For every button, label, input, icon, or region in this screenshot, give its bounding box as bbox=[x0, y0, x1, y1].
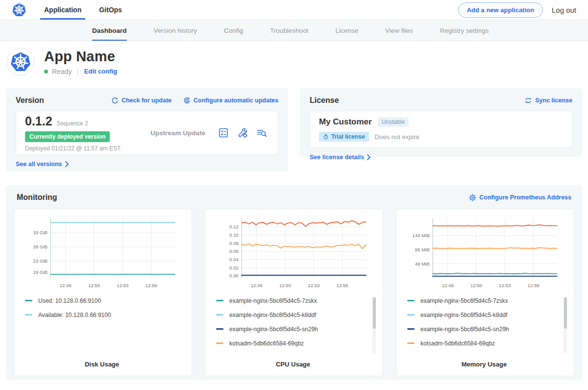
release-notes-icon[interactable] bbox=[218, 127, 229, 138]
kubernetes-logo[interactable] bbox=[12, 0, 26, 20]
license-details-row: My Customer Unstable Trial license Does … bbox=[310, 111, 572, 148]
series-color-dash bbox=[25, 314, 32, 316]
license-card-title: License bbox=[310, 96, 339, 105]
tab-registry-settings[interactable]: Registry settings bbox=[440, 20, 489, 41]
series-color-dash bbox=[407, 300, 415, 301]
disk-usage-chart: 33 GiB28 GiB23 GiB19 GiB12:4612:5012:531… bbox=[18, 214, 186, 292]
svg-text:143 MiB: 143 MiB bbox=[413, 233, 430, 238]
see-all-versions-link[interactable]: See all versions bbox=[16, 161, 69, 168]
svg-text:48 MiB: 48 MiB bbox=[415, 261, 430, 267]
sequence-label: Sequence 2 bbox=[57, 120, 88, 127]
legend-item: example-nginx-5bc6f5d4c5-k8ddf bbox=[216, 311, 367, 319]
svg-text:0.02: 0.02 bbox=[229, 265, 239, 270]
topnav-right: Add a new application Log out bbox=[458, 0, 576, 20]
sync-icon bbox=[524, 97, 532, 104]
deployed-badge: Currently deployed version bbox=[25, 131, 110, 142]
svg-text:12:50: 12:50 bbox=[88, 283, 100, 288]
license-card: License Sync license My Customer Unstabl… bbox=[300, 88, 582, 157]
see-license-details-link[interactable]: See license details bbox=[310, 154, 371, 161]
legend-item: Used: 10.128.0.66:9100 bbox=[25, 296, 176, 305]
logout-button[interactable]: Log out bbox=[552, 6, 576, 14]
tab-config[interactable]: Config bbox=[224, 20, 243, 41]
tab-version-history[interactable]: Version history bbox=[154, 20, 197, 41]
view-diff-icon[interactable] bbox=[256, 127, 267, 138]
chart-title: CPU Usage bbox=[209, 361, 377, 372]
chevron-right-icon bbox=[65, 161, 69, 167]
svg-text:12:56: 12:56 bbox=[337, 283, 348, 288]
legend-item: kotsadm-5db6dc6584-69qbz bbox=[216, 339, 367, 347]
version-card-title: Version bbox=[16, 96, 44, 105]
monitoring-card: Monitoring Configure Prometheus Address bbox=[6, 185, 582, 380]
cpu-usage-legend: example-nginx-5bc6f5d4c5-7zskx example-n… bbox=[216, 296, 377, 354]
svg-text:0.08: 0.08 bbox=[229, 241, 239, 246]
edit-config-link[interactable]: Edit config bbox=[84, 68, 117, 75]
svg-text:23 GiB: 23 GiB bbox=[33, 258, 47, 264]
legend-item: example-nginx-5bc6f5d4c5-7zskx bbox=[407, 296, 558, 305]
svg-text:12:56: 12:56 bbox=[146, 283, 157, 288]
svg-text:0.06: 0.06 bbox=[229, 248, 239, 254]
legend-scrollbar[interactable] bbox=[564, 296, 567, 353]
expiry-text: Does not expire bbox=[375, 133, 419, 141]
configure-automatic-updates-link[interactable]: Configure automatic updates bbox=[183, 97, 278, 104]
disk-usage-legend: Used: 10.128.0.66:9100 Available: 10.128… bbox=[25, 296, 186, 354]
stopwatch-icon bbox=[323, 134, 329, 140]
app-header: App Name Ready | Edit config bbox=[0, 41, 588, 82]
scrollbar-thumb[interactable] bbox=[373, 297, 376, 329]
svg-text:28 GiB: 28 GiB bbox=[33, 244, 47, 249]
topnav-tabs: Application GitOps bbox=[43, 0, 123, 20]
legend-scrollbar[interactable] bbox=[372, 296, 376, 353]
legend-item: example-nginx-5bc6f5d4c5-sn29h bbox=[407, 325, 558, 333]
legend-item: example-nginx-5bc6f5d4c5-k8ddf bbox=[407, 311, 558, 319]
svg-text:0.10: 0.10 bbox=[229, 232, 239, 238]
memory-usage-card: 143 MiB95 MiB48 MiB12:4612:5012:5312:56 … bbox=[396, 209, 574, 376]
status-text: Ready bbox=[52, 68, 72, 75]
customer-name: My Customer bbox=[319, 117, 372, 127]
tab-license[interactable]: License bbox=[335, 20, 358, 41]
tab-troubleshoot[interactable]: Troubleshoot bbox=[270, 20, 308, 41]
license-type-badge: Trial license bbox=[319, 132, 369, 142]
series-color-dash bbox=[216, 314, 223, 316]
tab-view-files[interactable]: View files bbox=[385, 20, 413, 41]
tab-gitops[interactable]: GitOps bbox=[98, 0, 123, 20]
svg-text:0.00: 0.00 bbox=[229, 273, 239, 278]
svg-text:12:56: 12:56 bbox=[528, 283, 539, 288]
svg-text:12:53: 12:53 bbox=[117, 283, 128, 288]
check-for-update-link[interactable]: Check for update bbox=[111, 97, 172, 104]
series-color-dash bbox=[407, 342, 415, 344]
svg-text:12:46: 12:46 bbox=[442, 283, 454, 288]
legend-item: example-nginx-5bc6f5d4c5-sn29h bbox=[216, 325, 367, 333]
divider: | bbox=[77, 68, 78, 75]
series-color-dash bbox=[216, 342, 223, 344]
svg-text:19 GiB: 19 GiB bbox=[33, 269, 47, 275]
series-color-dash bbox=[216, 300, 223, 301]
series-color-dash bbox=[25, 300, 32, 301]
tab-application[interactable]: Application bbox=[43, 0, 82, 20]
disk-usage-card: 33 GiB28 GiB23 GiB19 GiB12:4612:5012:531… bbox=[14, 209, 192, 376]
add-application-button[interactable]: Add a new application bbox=[458, 2, 543, 18]
svg-text:12:53: 12:53 bbox=[499, 283, 511, 288]
scrollbar-thumb[interactable] bbox=[564, 297, 567, 329]
version-number: 0.1.2 bbox=[25, 114, 52, 128]
svg-text:0.04: 0.04 bbox=[229, 257, 239, 262]
status-dot bbox=[44, 70, 48, 73]
edit-config-icon[interactable] bbox=[237, 127, 248, 138]
configure-prometheus-link[interactable]: Configure Prometheus Address bbox=[469, 194, 571, 201]
series-color-dash bbox=[407, 328, 415, 330]
top-navbar: Application GitOps Add a new application… bbox=[0, 0, 588, 20]
channel-badge: Unstable bbox=[378, 117, 409, 127]
app-avatar bbox=[7, 48, 34, 75]
series-color-dash bbox=[407, 314, 415, 316]
legend-item: kotsadm-5db6dc6584-69qbz bbox=[407, 339, 558, 347]
page-title: App Name bbox=[44, 49, 117, 65]
chart-title: Disk Usage bbox=[18, 361, 186, 372]
refresh-icon bbox=[111, 97, 119, 104]
svg-text:12:53: 12:53 bbox=[308, 283, 319, 288]
monitoring-title: Monitoring bbox=[17, 193, 57, 202]
cpu-usage-chart: 0.120.100.080.060.040.020.0012:4612:5012… bbox=[209, 214, 377, 292]
cpu-usage-card: 0.120.100.080.060.040.020.0012:4612:5012… bbox=[205, 209, 383, 376]
sync-license-link[interactable]: Sync license bbox=[524, 97, 572, 104]
memory-usage-chart: 143 MiB95 MiB48 MiB12:4612:5012:5312:56 bbox=[400, 214, 568, 292]
svg-text:33 GiB: 33 GiB bbox=[33, 230, 47, 235]
tab-dashboard[interactable]: Dashboard bbox=[92, 20, 127, 41]
gear-icon bbox=[469, 194, 476, 201]
